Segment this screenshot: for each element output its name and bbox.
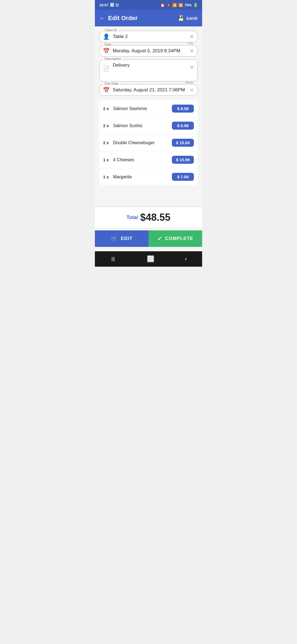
- item-qty: 2 x: [103, 140, 113, 145]
- android-icon: ⊡: [116, 3, 119, 7]
- table-row[interactable]: 2 x Salmon Sushis $ 6.98: [99, 117, 198, 134]
- description-icon: 📄: [103, 65, 110, 72]
- action-buttons: 🛒 EDIT ✓ COMPLETE: [95, 230, 202, 247]
- page-title: Edit Order: [108, 15, 138, 22]
- save-icon: 💾: [178, 15, 185, 21]
- complete-label: COMPLETE: [165, 236, 193, 241]
- client-id-counter: 7/50: [187, 42, 194, 45]
- item-price: $ 8.58: [172, 105, 194, 113]
- table-row[interactable]: 1 x Margarita $ 7.00: [99, 168, 198, 185]
- item-qty: 1 x: [103, 174, 113, 179]
- alarm-icon: ⏰: [160, 3, 165, 7]
- edit-button[interactable]: 🛒 EDIT: [95, 230, 148, 247]
- item-name: Margarita: [113, 174, 172, 179]
- total-bar: Total $48.55: [95, 207, 202, 228]
- item-name: Double Cheesebuger: [113, 140, 172, 145]
- app-header: ← Edit Order 💾 SAVE: [95, 10, 202, 26]
- total-label: Total: [127, 215, 138, 220]
- item-qty: 1 x: [103, 157, 113, 162]
- check-icon: ✓: [157, 235, 162, 242]
- nav-back-icon[interactable]: ‹: [185, 255, 187, 263]
- client-id-label: Client ID: [103, 28, 118, 32]
- item-qty: 2 x: [103, 106, 113, 111]
- item-name: Salmon Sashimis: [113, 106, 172, 111]
- person-icon: 👤: [103, 33, 110, 40]
- nav-menu-icon[interactable]: ⫼: [110, 255, 116, 263]
- item-qty: 2 x: [103, 123, 113, 128]
- table-row[interactable]: 1 x 4 Cheeses $ 10.99: [99, 151, 198, 168]
- date-value: Monday, August 5, 2019 8:34PM: [113, 48, 180, 53]
- client-id-value: Table 2: [113, 34, 128, 39]
- mute-icon: 🔇: [166, 3, 171, 7]
- due-date-field[interactable]: Due Date 📅 Saturday, August 21, 2021 7:0…: [99, 84, 198, 96]
- description-field[interactable]: Description 📄 Delivery 8/500 ✕: [99, 59, 198, 81]
- status-time: 19:07 🖼 ⊡: [99, 3, 119, 7]
- description-label: Description: [103, 57, 122, 61]
- wifi-icon: 📶: [172, 3, 177, 7]
- status-icons: ⏰ 🔇 📶 📶 79% 🔋: [160, 3, 198, 7]
- time-display: 19:07: [99, 3, 108, 7]
- date-field[interactable]: Date 📅 Monday, August 5, 2019 8:34PM ✕: [99, 45, 198, 57]
- nav-bar: ⫼ ⬜ ‹: [95, 251, 202, 267]
- item-name: 4 Cheeses: [113, 157, 172, 162]
- description-counter: 8/500: [185, 81, 194, 84]
- item-price: $ 15.00: [172, 139, 194, 147]
- battery-label: 79%: [185, 3, 192, 7]
- item-price: $ 7.00: [172, 173, 194, 181]
- back-button[interactable]: ←: [99, 15, 105, 22]
- save-button[interactable]: 💾 SAVE: [178, 15, 198, 21]
- main-content: Client ID 👤 Table 2 7/50 ✕ Date 📅 Monday…: [95, 26, 202, 251]
- description-value: Delivery: [113, 62, 130, 68]
- calendar-icon: 📅: [103, 48, 110, 54]
- date-label: Date: [103, 43, 112, 47]
- cart-icon: 🛒: [111, 235, 118, 242]
- client-id-field[interactable]: Client ID 👤 Table 2 7/50 ✕: [99, 31, 198, 42]
- nav-home-icon[interactable]: ⬜: [147, 255, 154, 263]
- due-date-value: Saturday, August 21, 2021 7:06PM: [113, 87, 185, 92]
- table-row[interactable]: 2 x Double Cheesebuger $ 15.00: [99, 134, 198, 151]
- item-price: $ 10.99: [172, 156, 194, 164]
- item-name: Salmon Sushis: [113, 123, 172, 128]
- total-amount: $48.55: [140, 212, 170, 223]
- photo-icon: 🖼: [110, 3, 114, 7]
- due-date-clear-button[interactable]: ✕: [189, 87, 194, 93]
- order-items-list: 2 x Salmon Sashimis $ 8.58 2 x Salmon Su…: [99, 100, 198, 185]
- table-row[interactable]: 2 x Salmon Sashimis $ 8.58: [99, 100, 198, 117]
- due-date-calendar-icon: 📅: [103, 87, 110, 93]
- edit-label: EDIT: [121, 236, 133, 241]
- item-price: $ 6.98: [172, 122, 194, 130]
- save-label: SAVE: [186, 16, 198, 21]
- battery-icon: 🔋: [193, 3, 198, 7]
- due-date-label: Due Date: [103, 82, 120, 86]
- description-clear-button[interactable]: ✕: [189, 64, 194, 71]
- client-id-clear-button[interactable]: ✕: [189, 33, 194, 40]
- signal-icon: 📶: [178, 3, 183, 7]
- date-clear-button[interactable]: ✕: [189, 48, 194, 54]
- status-bar: 19:07 🖼 ⊡ ⏰ 🔇 📶 📶 79% 🔋: [95, 0, 202, 10]
- complete-button[interactable]: ✓ COMPLETE: [148, 230, 202, 247]
